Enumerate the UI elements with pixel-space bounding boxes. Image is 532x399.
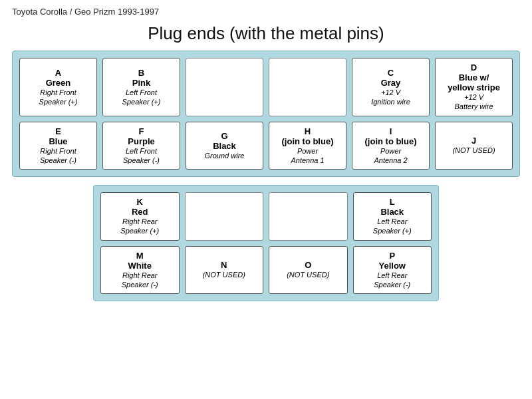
section2-row2: MWhiteRight RearSpeaker (-)N(NOT USED)O(… — [100, 246, 432, 295]
pin-desc-L: Left RearSpeaker (+) — [373, 217, 412, 236]
connector-section-1: AGreenRight FrontSpeaker (+)BPinkLeft Fr… — [12, 51, 520, 177]
pin-box-M: MWhiteRight RearSpeaker (-) — [100, 246, 180, 295]
main-title: Plug ends (with the metal pins) — [0, 23, 532, 44]
pin-box-I: I(join to blue)PowerAntenna 2 — [352, 122, 430, 170]
pin-color-G: Black — [213, 141, 236, 151]
pin-desc-C: +12 VIgnition wire — [371, 88, 410, 107]
pin-color-C: Gray — [381, 78, 401, 88]
pin-label-K: K — [137, 197, 143, 207]
pin-label-J: J — [471, 136, 476, 146]
pin-box-A: AGreenRight FrontSpeaker (+) — [19, 58, 97, 116]
pin-desc-F: Left FrontSpeaker (-) — [123, 146, 160, 166]
pin-label-N: N — [221, 260, 227, 270]
pin-color-F: Purple — [128, 136, 154, 146]
pin-label-B: B — [138, 68, 144, 78]
pin-desc-P: Left RearSpeaker (-) — [374, 271, 410, 290]
pin-box-B: BPinkLeft FrontSpeaker (+) — [102, 58, 180, 116]
pin-label-G: G — [221, 131, 227, 141]
pin-label-E: E — [55, 126, 61, 136]
pin-desc-I: PowerAntenna 2 — [374, 146, 407, 166]
pin-desc-K: Right RearSpeaker (+) — [120, 217, 159, 236]
pin-desc-N: (NOT USED) — [203, 270, 245, 279]
section1-row1: AGreenRight FrontSpeaker (+)BPinkLeft Fr… — [19, 58, 513, 116]
pin-label-P: P — [389, 251, 395, 261]
pin-box-O: O(NOT USED) — [269, 246, 348, 295]
pin-box-H: H(join to blue)PowerAntenna 1 — [269, 122, 346, 170]
pin-color-H: (join to blue) — [282, 136, 334, 146]
pin-box-C: CGray+12 VIgnition wire — [352, 58, 430, 116]
pin-desc-G: Ground wire — [205, 151, 245, 160]
pin-desc-A: Right FrontSpeaker (+) — [39, 88, 78, 107]
pin-desc-J: (NOT USED) — [452, 146, 495, 155]
pin-color-L: Black — [380, 207, 404, 217]
pin-box-E: EBlueRight FrontSpeaker (-) — [19, 122, 97, 170]
pin-label-D: D — [471, 63, 477, 72]
pin-color-A: Green — [46, 78, 71, 88]
pin-desc-D: +12 VBattery wire — [454, 92, 493, 112]
pin-color-B: Pink — [132, 78, 150, 88]
pin-label-F: F — [139, 126, 144, 136]
pin-desc-H: PowerAntenna 1 — [291, 146, 324, 166]
pin-color-P: Yellow — [379, 261, 406, 271]
pin-box-J: J(NOT USED) — [435, 122, 513, 170]
pin-color-I: (join to blue) — [365, 136, 417, 146]
blank-pin-3 — [269, 58, 346, 116]
pin-label-H: H — [305, 126, 311, 136]
pin-label-I: I — [390, 126, 392, 136]
blank-pin-1 — [185, 192, 264, 241]
pin-box-N: N(NOT USED) — [185, 246, 264, 295]
pin-label-O: O — [305, 260, 311, 270]
section1-row2: EBlueRight FrontSpeaker (-)FPurpleLeft F… — [19, 122, 513, 170]
pin-box-P: PYellowLeft RearSpeaker (-) — [353, 246, 432, 295]
pin-desc-O: (NOT USED) — [287, 270, 329, 279]
connector-section-2: KRedRight RearSpeaker (+)LBlackLeft Rear… — [93, 185, 439, 301]
pin-box-G: GBlackGround wire — [186, 122, 263, 170]
pin-box-F: FPurpleLeft FrontSpeaker (-) — [102, 122, 180, 170]
blank-pin-2 — [186, 58, 263, 116]
pin-desc-B: Left FrontSpeaker (+) — [122, 88, 161, 107]
pin-color-M: White — [128, 261, 152, 271]
pin-color-E: Blue — [49, 136, 67, 146]
pin-color-D: Blue w/yellow stripe — [448, 72, 500, 92]
pin-label-C: C — [388, 68, 394, 78]
pin-box-K: KRedRight RearSpeaker (+) — [100, 192, 180, 241]
section2-row1: KRedRight RearSpeaker (+)LBlackLeft Rear… — [100, 192, 432, 241]
blank-pin-2 — [269, 192, 348, 241]
pin-label-A: A — [55, 68, 61, 78]
pin-label-M: M — [136, 251, 144, 261]
pin-desc-E: Right FrontSpeaker (-) — [40, 146, 76, 166]
car-title: Toyota Corolla / Geo Prizm 1993-1997 — [12, 7, 159, 17]
pin-desc-M: Right RearSpeaker (-) — [122, 271, 158, 290]
pin-color-K: Red — [132, 207, 148, 217]
pin-label-L: L — [390, 197, 395, 207]
pin-box-L: LBlackLeft RearSpeaker (+) — [353, 192, 432, 241]
pin-box-D: DBlue w/yellow stripe+12 VBattery wire — [435, 58, 513, 116]
